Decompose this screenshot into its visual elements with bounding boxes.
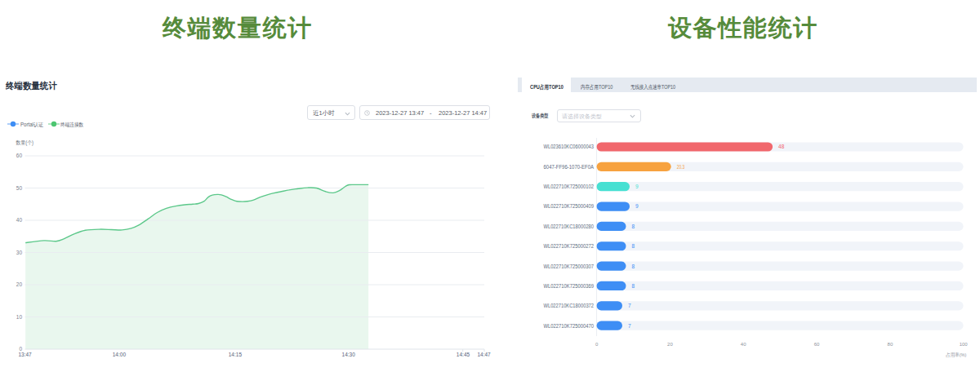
svg-text:50: 50 <box>16 185 23 191</box>
svg-text:8: 8 <box>632 243 635 249</box>
svg-text:48: 48 <box>778 144 785 149</box>
svg-text:占用率(%): 占用率(%) <box>946 352 966 358</box>
svg-text:WL022710K725000102: WL022710K725000102 <box>544 184 595 189</box>
svg-text:14:00: 14:00 <box>113 352 127 357</box>
svg-text:30: 30 <box>16 250 23 255</box>
svg-text:40: 40 <box>16 217 23 223</box>
svg-text:WL022710K725000409: WL022710K725000409 <box>544 203 595 209</box>
svg-text:8: 8 <box>632 264 635 269</box>
svg-text:WL022710K725000470: WL022710K725000470 <box>544 323 595 329</box>
svg-text:数量(个): 数量(个) <box>16 140 33 146</box>
svg-text:WL023610KC06000043: WL023610KC06000043 <box>544 144 595 149</box>
svg-text:14:45: 14:45 <box>457 352 470 357</box>
svg-text:14:30: 14:30 <box>342 352 356 357</box>
svg-text:40: 40 <box>741 342 746 347</box>
svg-text:60: 60 <box>814 342 820 347</box>
svg-text:7: 7 <box>628 303 631 308</box>
svg-text:13:47: 13:47 <box>18 352 32 357</box>
svg-text:20: 20 <box>16 281 23 287</box>
svg-text:20.3: 20.3 <box>677 164 685 170</box>
svg-text:WL022710KC18000280: WL022710KC18000280 <box>544 224 595 229</box>
svg-text:80: 80 <box>888 342 893 347</box>
svg-text:20: 20 <box>667 342 673 347</box>
svg-text:10: 10 <box>16 314 23 320</box>
svg-text:7: 7 <box>628 323 631 329</box>
svg-text:WL022710K725000307: WL022710K725000307 <box>544 264 595 269</box>
svg-text:9: 9 <box>635 203 639 209</box>
svg-text:14:15: 14:15 <box>229 352 243 357</box>
svg-text:WL022710KC18000372: WL022710KC18000372 <box>544 303 595 308</box>
svg-text:0: 0 <box>595 342 599 347</box>
svg-text:8: 8 <box>632 283 635 289</box>
svg-text:9: 9 <box>635 184 639 189</box>
svg-text:8: 8 <box>632 224 635 229</box>
svg-text:6047-FF96-1070-EF0A: 6047-FF96-1070-EF0A <box>544 164 595 170</box>
svg-text:14:47: 14:47 <box>477 352 491 357</box>
svg-text:WL022710K725000369: WL022710K725000369 <box>544 283 595 289</box>
svg-text:60: 60 <box>16 153 23 158</box>
svg-text:WL022710K725000272: WL022710K725000272 <box>544 243 595 249</box>
svg-text:100: 100 <box>960 342 969 347</box>
